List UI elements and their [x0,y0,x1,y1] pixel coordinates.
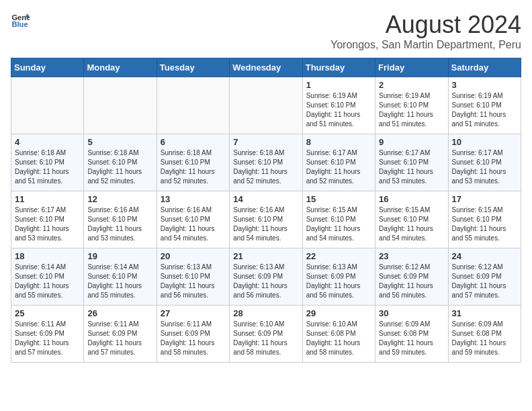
calendar-week-5: 25Sunrise: 6:11 AM Sunset: 6:09 PM Dayli… [11,306,521,363]
day-number: 21 [233,251,298,261]
logo: General Blue [11,11,30,30]
day-info: Sunrise: 6:18 AM Sunset: 6:10 PM Dayligh… [233,148,298,186]
day-number: 28 [233,308,298,318]
day-info: Sunrise: 6:12 AM Sunset: 6:09 PM Dayligh… [452,263,517,300]
title-block: August 2024 Yorongos, San Martin Departm… [330,11,521,51]
calendar-cell: 1Sunrise: 6:19 AM Sunset: 6:10 PM Daylig… [302,77,375,134]
calendar-cell [84,77,157,134]
day-header-monday: Monday [84,58,157,77]
day-info: Sunrise: 6:13 AM Sunset: 6:10 PM Dayligh… [161,263,226,300]
day-header-saturday: Saturday [448,58,521,77]
day-info: Sunrise: 6:17 AM Sunset: 6:10 PM Dayligh… [306,148,371,186]
day-info: Sunrise: 6:15 AM Sunset: 6:10 PM Dayligh… [452,205,517,243]
day-number: 2 [379,80,444,90]
calendar-cell: 24Sunrise: 6:12 AM Sunset: 6:09 PM Dayli… [448,248,521,306]
calendar-cell: 11Sunrise: 6:17 AM Sunset: 6:10 PM Dayli… [11,191,84,248]
day-number: 13 [161,194,226,204]
day-number: 10 [452,137,517,147]
calendar-week-2: 4Sunrise: 6:18 AM Sunset: 6:10 PM Daylig… [11,134,521,191]
day-number: 3 [452,80,517,90]
calendar-cell: 7Sunrise: 6:18 AM Sunset: 6:10 PM Daylig… [230,134,302,191]
calendar-cell: 16Sunrise: 6:15 AM Sunset: 6:10 PM Dayli… [375,191,448,248]
calendar-week-1: 1Sunrise: 6:19 AM Sunset: 6:10 PM Daylig… [11,77,521,134]
day-info: Sunrise: 6:16 AM Sunset: 6:10 PM Dayligh… [87,205,152,243]
calendar-week-3: 11Sunrise: 6:17 AM Sunset: 6:10 PM Dayli… [11,191,521,248]
day-info: Sunrise: 6:15 AM Sunset: 6:10 PM Dayligh… [306,205,371,243]
day-number: 15 [306,194,371,204]
day-number: 5 [87,137,152,147]
day-number: 20 [161,251,226,261]
calendar-cell: 15Sunrise: 6:15 AM Sunset: 6:10 PM Dayli… [302,191,375,248]
calendar-cell: 26Sunrise: 6:11 AM Sunset: 6:09 PM Dayli… [84,306,157,363]
day-info: Sunrise: 6:14 AM Sunset: 6:10 PM Dayligh… [87,263,152,300]
header-row: SundayMondayTuesdayWednesdayThursdayFrid… [11,58,521,77]
day-info: Sunrise: 6:11 AM Sunset: 6:09 PM Dayligh… [161,320,226,357]
day-header-wednesday: Wednesday [230,58,302,77]
day-header-tuesday: Tuesday [157,58,229,77]
day-info: Sunrise: 6:17 AM Sunset: 6:10 PM Dayligh… [379,148,444,186]
day-info: Sunrise: 6:12 AM Sunset: 6:09 PM Dayligh… [379,263,444,300]
day-number: 14 [233,194,298,204]
day-info: Sunrise: 6:11 AM Sunset: 6:09 PM Dayligh… [15,320,80,357]
calendar-cell: 25Sunrise: 6:11 AM Sunset: 6:09 PM Dayli… [11,306,84,363]
svg-text:Blue: Blue [11,20,28,28]
day-number: 24 [452,251,517,261]
calendar-cell: 28Sunrise: 6:10 AM Sunset: 6:09 PM Dayli… [230,306,302,363]
day-number: 31 [452,308,517,318]
day-info: Sunrise: 6:10 AM Sunset: 6:08 PM Dayligh… [306,320,371,357]
day-info: Sunrise: 6:16 AM Sunset: 6:10 PM Dayligh… [161,205,226,243]
day-info: Sunrise: 6:09 AM Sunset: 6:08 PM Dayligh… [452,320,517,357]
day-number: 8 [306,137,371,147]
calendar-cell [157,77,229,134]
day-info: Sunrise: 6:19 AM Sunset: 6:10 PM Dayligh… [306,91,371,129]
day-info: Sunrise: 6:13 AM Sunset: 6:09 PM Dayligh… [306,263,371,300]
calendar-cell: 22Sunrise: 6:13 AM Sunset: 6:09 PM Dayli… [302,248,375,306]
day-info: Sunrise: 6:17 AM Sunset: 6:10 PM Dayligh… [452,148,517,186]
calendar-cell [11,77,84,134]
calendar-cell: 12Sunrise: 6:16 AM Sunset: 6:10 PM Dayli… [84,191,157,248]
calendar-cell: 31Sunrise: 6:09 AM Sunset: 6:08 PM Dayli… [448,306,521,363]
calendar-cell: 20Sunrise: 6:13 AM Sunset: 6:10 PM Dayli… [157,248,229,306]
day-info: Sunrise: 6:11 AM Sunset: 6:09 PM Dayligh… [87,320,152,357]
day-number: 12 [87,194,152,204]
calendar-header: SundayMondayTuesdayWednesdayThursdayFrid… [11,58,521,77]
calendar-cell: 18Sunrise: 6:14 AM Sunset: 6:10 PM Dayli… [11,248,84,306]
day-number: 18 [15,251,80,261]
calendar-cell: 10Sunrise: 6:17 AM Sunset: 6:10 PM Dayli… [448,134,521,191]
day-header-sunday: Sunday [11,58,84,77]
calendar-cell: 23Sunrise: 6:12 AM Sunset: 6:09 PM Dayli… [375,248,448,306]
calendar-cell: 30Sunrise: 6:09 AM Sunset: 6:08 PM Dayli… [375,306,448,363]
day-number: 16 [379,194,444,204]
calendar-cell: 19Sunrise: 6:14 AM Sunset: 6:10 PM Dayli… [84,248,157,306]
day-number: 27 [161,308,226,318]
day-number: 17 [452,194,517,204]
day-number: 1 [306,80,371,90]
day-info: Sunrise: 6:19 AM Sunset: 6:10 PM Dayligh… [379,91,444,129]
calendar-title: August 2024 [330,11,521,39]
day-info: Sunrise: 6:16 AM Sunset: 6:10 PM Dayligh… [233,205,298,243]
calendar-cell: 29Sunrise: 6:10 AM Sunset: 6:08 PM Dayli… [302,306,375,363]
calendar-cell: 4Sunrise: 6:18 AM Sunset: 6:10 PM Daylig… [11,134,84,191]
day-info: Sunrise: 6:10 AM Sunset: 6:09 PM Dayligh… [233,320,298,357]
day-number: 25 [15,308,80,318]
day-info: Sunrise: 6:14 AM Sunset: 6:10 PM Dayligh… [15,263,80,300]
day-number: 7 [233,137,298,147]
calendar-cell: 2Sunrise: 6:19 AM Sunset: 6:10 PM Daylig… [375,77,448,134]
calendar-table: SundayMondayTuesdayWednesdayThursdayFrid… [11,58,521,363]
calendar-week-4: 18Sunrise: 6:14 AM Sunset: 6:10 PM Dayli… [11,248,521,306]
day-number: 9 [379,137,444,147]
calendar-cell: 3Sunrise: 6:19 AM Sunset: 6:10 PM Daylig… [448,77,521,134]
day-number: 30 [379,308,444,318]
calendar-cell: 6Sunrise: 6:18 AM Sunset: 6:10 PM Daylig… [157,134,229,191]
day-number: 19 [87,251,152,261]
day-number: 11 [15,194,80,204]
calendar-cell: 27Sunrise: 6:11 AM Sunset: 6:09 PM Dayli… [157,306,229,363]
calendar-cell: 17Sunrise: 6:15 AM Sunset: 6:10 PM Dayli… [448,191,521,248]
day-number: 23 [379,251,444,261]
calendar-cell [230,77,302,134]
day-info: Sunrise: 6:18 AM Sunset: 6:10 PM Dayligh… [15,148,80,186]
day-header-friday: Friday [375,58,448,77]
day-number: 29 [306,308,371,318]
page-header: General Blue August 2024 Yorongos, San M… [11,11,521,51]
calendar-subtitle: Yorongos, San Martin Department, Peru [330,39,521,51]
